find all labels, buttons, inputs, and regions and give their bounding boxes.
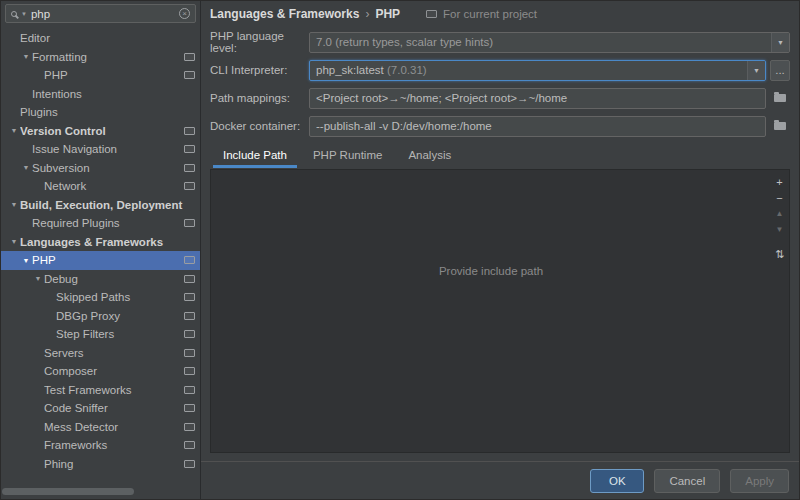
tree-item-phing[interactable]: Phing [1,455,200,474]
tree-item-editor[interactable]: Editor [1,29,200,48]
tree-item-build-execution-deployment[interactable]: ▼Build, Execution, Deployment [1,196,200,215]
dialog-footer: OK Cancel Apply [201,461,799,499]
interpreter-version: (7.0.31) [387,64,427,76]
breadcrumb-parent[interactable]: Languages & Frameworks [210,7,359,21]
tree-item-label: PHP [44,69,180,81]
tree-item-test-frameworks[interactable]: Test Frameworks [1,381,200,400]
tab-php-runtime[interactable]: PHP Runtime [300,145,395,168]
project-settings-icon [184,367,195,375]
expand-arrow-icon[interactable]: ▼ [32,275,44,282]
project-settings-icon [184,441,195,449]
language-level-label: PHP language level: [210,30,309,54]
chevron-down-icon[interactable]: ▼ [747,61,765,80]
remove-icon[interactable]: − [772,190,787,206]
tree-item-label: Step Filters [56,328,180,340]
tree-item-label: Frameworks [44,439,180,451]
chevron-down-icon[interactable]: ▼ [771,33,789,52]
tree-item-label: Required Plugins [32,217,180,229]
project-settings-icon [184,53,195,61]
tab-analysis[interactable]: Analysis [395,145,464,168]
search-history-chevron-icon[interactable]: ▼ [21,11,27,17]
docker-container-label: Docker container: [210,120,309,132]
project-settings-icon [184,219,195,227]
expand-arrow-icon[interactable]: ▼ [20,164,32,171]
cli-interpreter-label: CLI Interpreter: [210,64,309,76]
tree-item-frameworks[interactable]: Frameworks [1,436,200,455]
tree-item-label: Plugins [20,106,195,118]
docker-container-browse-button[interactable] [770,116,790,137]
tree-item-label: Build, Execution, Deployment [20,199,195,211]
tree-item-version-control[interactable]: ▼Version Control [1,122,200,141]
cli-interpreter-select[interactable]: php_sk:latest (7.0.31) ▼ [309,60,766,81]
project-settings-icon [184,164,195,172]
add-icon[interactable]: + [772,174,787,190]
tree-item-label: Code Sniffer [44,402,180,414]
tree-item-skipped-paths[interactable]: Skipped Paths [1,288,200,307]
apply-button[interactable]: Apply [730,469,789,493]
interpreter-more-button[interactable]: ... [770,60,790,81]
include-panel-toolbar: +−▲▼⇅ [771,174,788,262]
tree-item-label: Test Frameworks [44,384,180,396]
cli-interpreter-row: CLI Interpreter: php_sk:latest (7.0.31) … [210,56,790,84]
tree-item-subversion[interactable]: ▼Subversion [1,159,200,178]
path-mappings-browse-button[interactable] [770,88,790,109]
tree-item-network[interactable]: Network [1,177,200,196]
project-settings-icon [184,460,195,468]
expand-arrow-icon[interactable]: ▼ [8,127,20,134]
include-path-panel[interactable]: Provide include path +−▲▼⇅ [210,169,790,453]
tree-item-label: Network [44,180,180,192]
ok-button[interactable]: OK [590,469,644,493]
tree-item-label: Skipped Paths [56,291,180,303]
expand-arrow-icon[interactable]: ▼ [20,257,32,264]
project-settings-icon [184,145,195,153]
tree-item-dbgp-proxy[interactable]: DBGp Proxy [1,307,200,326]
tree-item-php[interactable]: ▼PHP [1,251,200,270]
tree-item-plugins[interactable]: Plugins [1,103,200,122]
project-settings-icon [184,275,195,283]
tree-item-label: DBGp Proxy [56,310,180,322]
sort-icon[interactable]: ⇅ [772,246,787,262]
tree-item-servers[interactable]: Servers [1,344,200,363]
tree-item-intentions[interactable]: Intentions [1,85,200,104]
tree-item-composer[interactable]: Composer [1,362,200,381]
empty-state-text: Provide include path [211,265,771,277]
language-level-select[interactable]: 7.0 (return types, scalar type hints) ▼ [309,32,790,53]
folder-icon [774,122,786,130]
settings-sidebar: ▼ × Editor▼FormattingPHPIntentionsPlugin… [1,1,201,499]
tree-item-required-plugins[interactable]: Required Plugins [1,214,200,233]
tree-item-label: Version Control [20,125,180,137]
sidebar-horizontal-scrollbar[interactable] [2,488,134,495]
project-settings-icon [184,71,195,79]
search-icon [11,11,17,17]
interpreter-name: php_sk:latest [316,64,384,76]
scope-note-label: For current project [443,8,537,20]
tree-item-issue-navigation[interactable]: Issue Navigation [1,140,200,159]
tree-item-formatting[interactable]: ▼Formatting [1,48,200,67]
tree-item-step-filters[interactable]: Step Filters [1,325,200,344]
move-up-icon[interactable]: ▲ [772,206,787,222]
tree-item-mess-detector[interactable]: Mess Detector [1,418,200,437]
tree-item-label: Languages & Frameworks [20,236,195,248]
current-project-icon [426,10,437,18]
clear-search-icon[interactable]: × [179,8,190,19]
expand-arrow-icon[interactable]: ▼ [8,238,20,245]
tree-item-debug[interactable]: ▼Debug [1,270,200,289]
tree-item-languages-frameworks[interactable]: ▼Languages & Frameworks [1,233,200,252]
tree-item-label: Intentions [32,88,195,100]
tree-item-label: PHP [32,254,180,266]
tree-item-php[interactable]: PHP [1,66,200,85]
project-settings-icon [184,256,195,264]
project-settings-icon [184,293,195,301]
tab-include-path[interactable]: Include Path [210,145,300,168]
path-mappings-input[interactable] [309,88,766,109]
search-input[interactable] [31,8,175,20]
move-down-icon[interactable]: ▼ [772,222,787,238]
docker-container-input[interactable] [309,116,766,137]
cancel-button[interactable]: Cancel [654,469,720,493]
expand-arrow-icon[interactable]: ▼ [20,53,32,60]
search-box[interactable]: ▼ × [5,4,196,23]
project-settings-icon [184,423,195,431]
tree-item-code-sniffer[interactable]: Code Sniffer [1,399,200,418]
project-settings-icon [184,386,195,394]
expand-arrow-icon[interactable]: ▼ [8,201,20,208]
